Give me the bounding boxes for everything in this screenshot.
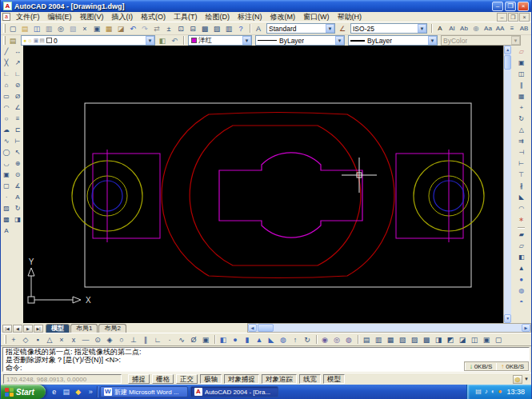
ellipse-icon[interactable]: ◯: [2, 148, 12, 158]
solids-torus-icon[interactable]: ◍: [278, 334, 289, 345]
quick-launch-overflow-icon[interactable]: »: [87, 388, 94, 396]
trim-icon[interactable]: ⊣: [516, 148, 526, 158]
solids-revolve-icon[interactable]: ↻: [302, 334, 313, 345]
tab-nav-last[interactable]: ▶|: [34, 325, 43, 333]
move-faces-icon[interactable]: ▥: [373, 334, 384, 345]
menu-tools[interactable]: 工具(T): [170, 12, 202, 22]
solids-cylinder-icon[interactable]: ▮: [242, 334, 253, 345]
snap-insert-icon[interactable]: ∟: [152, 334, 163, 345]
plot-icon[interactable]: ▥: [43, 23, 54, 34]
layer-freeze-icon[interactable]: ☼: [27, 36, 32, 45]
single-line-text-icon[interactable]: AI: [446, 23, 458, 34]
taskbar-clock[interactable]: 13:38: [506, 388, 525, 396]
color-edges-icon[interactable]: ◫: [469, 334, 480, 345]
layer-properties-manager-icon[interactable]: ▤: [7, 35, 18, 46]
snap-apparent-intersection-icon[interactable]: x: [68, 334, 79, 345]
snap-nearest-icon[interactable]: ∿: [176, 334, 187, 345]
ordinate-dimension-icon[interactable]: ∟: [13, 70, 23, 79]
snap-midpoint-icon[interactable]: △: [44, 334, 55, 345]
toggle-polar[interactable]: 极轴: [200, 374, 222, 384]
dimension-update-icon[interactable]: ↻: [13, 204, 23, 213]
imprint-icon[interactable]: ▣: [481, 334, 492, 345]
edit-text-icon[interactable]: Ab: [458, 23, 470, 34]
match-properties-icon[interactable]: ◪: [115, 23, 126, 34]
layer-lock-icon[interactable]: ▣: [34, 36, 39, 45]
convert-distance-icon[interactable]: AB: [518, 23, 530, 34]
snap-center-icon[interactable]: ⊙: [92, 334, 103, 345]
tab-nav-first[interactable]: |◀: [2, 325, 12, 333]
polyline-icon[interactable]: ∟: [2, 70, 12, 79]
subtract-icon[interactable]: ◎: [331, 334, 342, 345]
color-control-combo[interactable]: 洋红 ▼: [188, 35, 252, 46]
scroll-down-icon[interactable]: ▼: [504, 314, 511, 323]
toggle-model[interactable]: 模型: [323, 374, 345, 384]
menu-draw[interactable]: 绘图(D): [202, 12, 234, 22]
layer-on-icon[interactable]: ●: [23, 36, 26, 45]
toggle-lineweight[interactable]: 线宽: [299, 374, 321, 384]
lineweight-control-combo[interactable]: ByLayer ▼: [348, 35, 438, 46]
surface-box-icon[interactable]: ◧: [516, 253, 526, 262]
horizontal-scrollbar[interactable]: ◀ ▶: [247, 323, 531, 333]
color-faces-icon[interactable]: ◩: [445, 334, 456, 345]
command-window[interactable]: 指定镜像线的第一点: 指定镜像线的第二点: 是否删除源对象？[是(Y)/否(N)…: [2, 347, 530, 372]
linear-dimension-icon[interactable]: ↔: [13, 47, 23, 57]
point-icon[interactable]: ·: [2, 193, 12, 202]
menu-modify[interactable]: 修改(M): [266, 12, 300, 22]
snap-tangent-icon[interactable]: ○: [116, 334, 127, 345]
dimension-style-icon[interactable]: ◨: [13, 215, 23, 225]
copy-object-icon[interactable]: ▣: [516, 58, 526, 68]
menu-format[interactable]: 格式(O): [137, 12, 170, 22]
render-dome-icon[interactable]: ◓: [516, 297, 526, 307]
tab-model[interactable]: 模型: [46, 324, 70, 333]
text-style-manager-icon[interactable]: Aa: [482, 23, 494, 34]
coordinate-readout[interactable]: 170.4248, 968.0913, 0.0000: [3, 374, 122, 384]
quick-launch-ie-icon[interactable]: e: [50, 387, 59, 397]
tool-palettes-icon[interactable]: ▥: [223, 23, 234, 34]
text-style-combo[interactable]: Standard ▼: [266, 23, 335, 34]
chevron-down-icon[interactable]: ▼: [326, 24, 334, 33]
dim-style-icon[interactable]: ∠: [337, 23, 348, 34]
snap-quadrant-icon[interactable]: ◈: [104, 334, 115, 345]
copy-faces-icon[interactable]: ◨: [433, 334, 444, 345]
union-icon[interactable]: ◉: [319, 334, 330, 345]
text-style-icon[interactable]: A: [253, 23, 264, 34]
zoom-realtime-icon[interactable]: ±: [163, 23, 174, 34]
solids-sphere-icon[interactable]: ●: [230, 334, 241, 345]
extend-icon[interactable]: ⊢: [516, 159, 526, 169]
array-icon[interactable]: ▦: [516, 92, 526, 102]
arc-icon[interactable]: ◠: [2, 103, 12, 113]
solids-cone-icon[interactable]: ▲: [254, 334, 265, 345]
region-icon[interactable]: ▩: [2, 215, 12, 225]
new-file-icon[interactable]: ▢: [7, 23, 18, 34]
snap-parallel-icon[interactable]: ∥: [140, 334, 151, 345]
layer-previous-icon[interactable]: ↶: [169, 35, 180, 46]
publish-icon[interactable]: ▧: [67, 23, 78, 34]
chevron-down-icon[interactable]: ▼: [428, 36, 437, 45]
dimension-edit-icon[interactable]: ∡: [13, 182, 23, 191]
status-tray-chevron-icon[interactable]: ▼: [524, 377, 529, 381]
chamfer-icon[interactable]: ◣: [516, 193, 526, 202]
make-objects-layer-current-icon[interactable]: ◧: [157, 35, 168, 46]
horizontal-scroll-thumb[interactable]: [258, 324, 274, 332]
snap-none-icon[interactable]: Ø: [188, 334, 199, 345]
toolbar-grip[interactable]: [3, 36, 6, 45]
rectangle-icon[interactable]: ▭: [2, 92, 12, 102]
find-replace-icon[interactable]: ◎: [470, 23, 482, 34]
scroll-up-icon[interactable]: ▲: [504, 46, 511, 54]
pan-icon[interactable]: ⇄: [151, 23, 162, 34]
solids-box-icon[interactable]: ◧: [218, 334, 229, 345]
zoom-previous-icon[interactable]: ⊟: [187, 23, 198, 34]
scale-text-icon[interactable]: AA: [494, 23, 506, 34]
chevron-down-icon[interactable]: ▼: [242, 36, 251, 45]
tray-input-method-icon[interactable]: ▤: [475, 387, 482, 397]
construction-line-icon[interactable]: ╳: [2, 58, 12, 68]
linetype-control-combo[interactable]: ByLayer ▼: [255, 35, 345, 46]
layer-plot-icon[interactable]: ▤: [39, 36, 45, 45]
justify-text-icon[interactable]: ≡: [506, 23, 518, 34]
clean-icon[interactable]: ▢: [493, 334, 504, 345]
intersect-icon[interactable]: ◍: [343, 334, 354, 345]
extrude-faces-icon[interactable]: ▤: [361, 334, 372, 345]
render-torus-icon[interactable]: ◍: [516, 286, 526, 296]
snap-extension-icon[interactable]: —: [80, 334, 91, 345]
command-prompt[interactable]: 命令:: [6, 364, 526, 372]
